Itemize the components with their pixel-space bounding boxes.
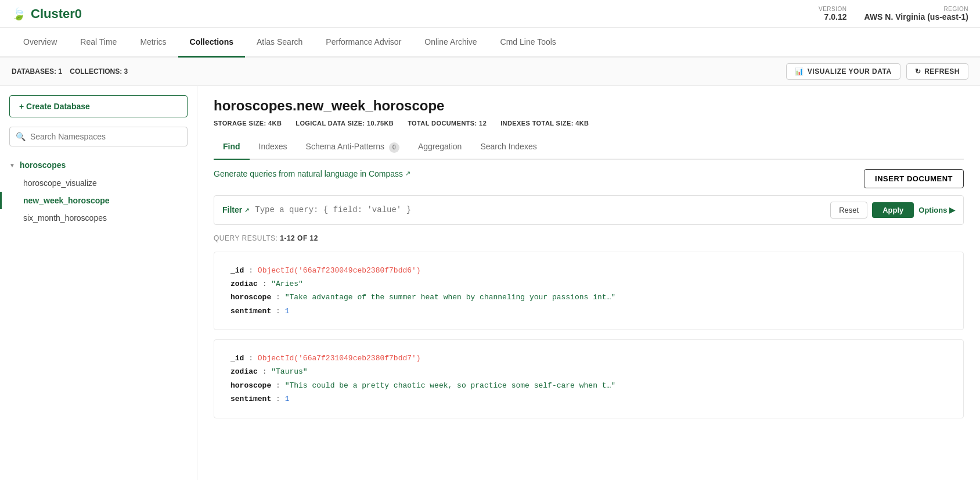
collection-item-six-month-horoscopes[interactable]: six_month_horoscopes: [0, 209, 197, 227]
tab-atlas-search[interactable]: Atlas Search: [245, 28, 314, 58]
refresh-button[interactable]: ↻ REFRESH: [906, 63, 968, 80]
region-value: AWS N. Virginia (us-east-1): [864, 12, 968, 22]
db-stats: DATABASES: 1 COLLECTIONS: 3: [12, 67, 128, 76]
doc1-zodiac-field: zodiac : "Aries": [230, 277, 947, 291]
version-info: VERSION 7.0.12: [819, 6, 847, 22]
databases-label: DATABASES:: [12, 67, 56, 76]
tab-indexes[interactable]: Indexes: [250, 136, 297, 160]
filter-actions: Reset Apply Options ▶: [830, 202, 955, 218]
tab-aggregation[interactable]: Aggregation: [409, 136, 471, 160]
tab-schema-anti-patterns[interactable]: Schema Anti-Patterns 0: [297, 136, 409, 160]
tab-realtime[interactable]: Real Time: [69, 28, 128, 58]
chart-icon: 📊: [795, 67, 804, 76]
insert-document-button[interactable]: INSERT DOCUMENT: [864, 169, 964, 188]
database-item-horoscopes: ▼ horoscopes horoscope_visualize new_wee…: [0, 156, 197, 227]
version-region: VERSION 7.0.12 REGION AWS N. Virginia (u…: [819, 6, 968, 22]
doc1-zodiac-value: "Aries": [271, 280, 303, 288]
indexes-total-size-meta: INDEXES TOTAL SIZE: 4KB: [500, 120, 589, 127]
filter-label: Filter ↗: [222, 205, 249, 214]
collections-count: 3: [124, 67, 128, 76]
doc1-sentiment-field: sentiment : 1: [230, 305, 947, 318]
query-results-label: QUERY RESULTS: 1-12 OF 12: [214, 234, 964, 242]
version-value: 7.0.12: [819, 12, 847, 22]
tab-online-archive[interactable]: Online Archive: [413, 28, 488, 58]
databases-count: 1: [58, 67, 62, 76]
doc1-horoscope-value: "Take advantage of the summer heat when …: [285, 293, 616, 302]
schema-anti-patterns-badge: 0: [389, 142, 399, 153]
doc2-horoscope-value: "This could be a pretty chaotic week, so…: [285, 381, 616, 390]
document-card-2: _id : ObjectId('66a7f231049ceb2380f7bdd7…: [214, 339, 964, 418]
database-name-horoscopes[interactable]: ▼ horoscopes: [0, 156, 197, 174]
visualize-button[interactable]: 📊 VISUALIZE YOUR DATA: [786, 63, 900, 80]
search-icon: 🔍: [16, 132, 26, 141]
doc2-zodiac-field: zodiac : "Taurus": [230, 365, 947, 378]
search-namespaces-input[interactable]: [30, 132, 181, 141]
inner-tabs: Find Indexes Schema Anti-Patterns 0 Aggr…: [214, 136, 964, 160]
logical-data-size-meta: LOGICAL DATA SIZE: 10.75KB: [296, 120, 394, 127]
options-button[interactable]: Options ▶: [918, 206, 955, 214]
version-label: VERSION: [819, 6, 847, 12]
search-namespaces-box: 🔍: [9, 127, 188, 146]
doc2-id-field: _id : ObjectId('66a7f231049ceb2380f7bdd7…: [230, 352, 947, 365]
compass-link[interactable]: Generate queries from natural language i…: [214, 169, 410, 178]
right-panel: horoscopes.new_week_horoscope STORAGE SI…: [197, 86, 980, 480]
toolbar-buttons: 📊 VISUALIZE YOUR DATA ↻ REFRESH: [786, 63, 968, 80]
doc1-horoscope-field: horoscope : "Take advantage of the summe…: [230, 291, 947, 304]
filter-input[interactable]: [255, 205, 824, 214]
doc1-id-field: _id : ObjectId('66a7f230049ceb2380f7bdd6…: [230, 264, 947, 277]
doc2-zodiac-value: "Taurus": [271, 367, 307, 376]
cluster-title: Cluster0: [31, 6, 82, 22]
tab-collections[interactable]: Collections: [178, 28, 245, 58]
insert-doc-area: Generate queries from natural language i…: [214, 169, 964, 195]
cluster-icon: 🍃: [12, 7, 26, 21]
doc2-sentiment-field: sentiment : 1: [230, 392, 947, 406]
top-header: 🍃 Cluster0 VERSION 7.0.12 REGION AWS N. …: [0, 0, 980, 28]
doc2-horoscope-field: horoscope : "This could be a pretty chao…: [230, 379, 947, 392]
tab-cmd-line-tools[interactable]: Cmd Line Tools: [489, 28, 568, 58]
collections-label: COLLECTIONS:: [70, 67, 122, 76]
doc1-sentiment-value: 1: [285, 307, 290, 316]
query-results-range: 1-12 OF 12: [280, 234, 318, 242]
refresh-icon: ↻: [915, 67, 921, 76]
doc2-sentiment-value: 1: [285, 395, 290, 403]
filter-link-icon: ↗: [244, 207, 249, 213]
tab-search-indexes[interactable]: Search Indexes: [471, 136, 546, 160]
collection-title: horoscopes.new_week_horoscope: [214, 98, 964, 114]
external-link-icon: ↗: [405, 170, 410, 177]
region-info: REGION AWS N. Virginia (us-east-1): [864, 6, 968, 22]
nav-tabs: Overview Real Time Metrics Collections A…: [0, 28, 980, 58]
tab-overview[interactable]: Overview: [12, 28, 69, 58]
storage-size-meta: STORAGE SIZE: 4KB: [214, 120, 282, 127]
tab-metrics[interactable]: Metrics: [128, 28, 178, 58]
create-database-button[interactable]: + Create Database: [9, 95, 188, 117]
total-documents-meta: TOTAL DOCUMENTS: 12: [408, 120, 487, 127]
collection-meta: STORAGE SIZE: 4KB LOGICAL DATA SIZE: 10.…: [214, 120, 964, 127]
tab-find[interactable]: Find: [214, 136, 250, 160]
cluster-name: 🍃 Cluster0: [12, 6, 82, 22]
document-card-1: _id : ObjectId('66a7f230049ceb2380f7bdd6…: [214, 252, 964, 331]
filter-row: Filter ↗ Reset Apply Options ▶: [214, 195, 964, 225]
main-content: + Create Database 🔍 ▼ horoscopes horosco…: [0, 86, 980, 480]
toolbar-row: DATABASES: 1 COLLECTIONS: 3 📊 VISUALIZE …: [0, 58, 980, 86]
apply-button[interactable]: Apply: [872, 202, 914, 218]
tab-performance-advisor[interactable]: Performance Advisor: [314, 28, 413, 58]
collection-item-new-week-horoscope[interactable]: new_week_horoscope: [0, 192, 197, 209]
collection-item-horoscope-visualize[interactable]: horoscope_visualize: [0, 174, 197, 192]
sidebar: + Create Database 🔍 ▼ horoscopes horosco…: [0, 86, 197, 480]
chevron-down-icon: ▼: [9, 162, 15, 169]
doc1-id-value: ObjectId('66a7f230049ceb2380f7bdd6'): [258, 266, 421, 275]
region-label: REGION: [864, 6, 968, 12]
doc2-id-value: ObjectId('66a7f231049ceb2380f7bdd7'): [258, 354, 421, 363]
reset-button[interactable]: Reset: [830, 202, 867, 218]
